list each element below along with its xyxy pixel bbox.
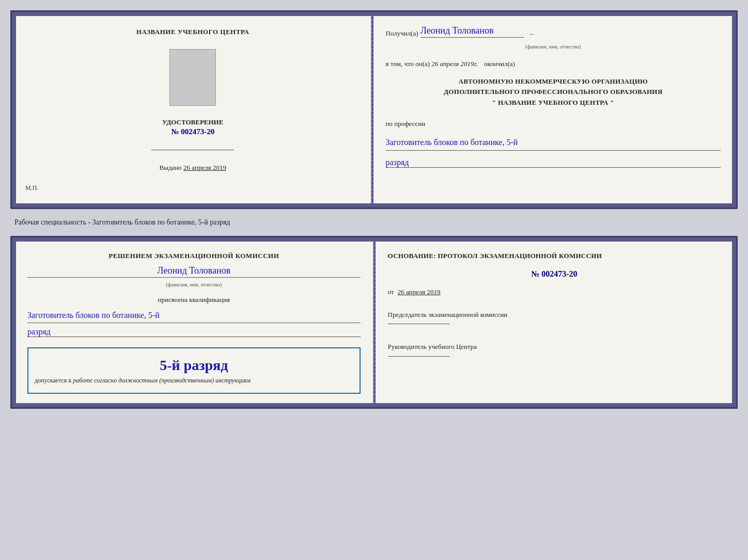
fio-label: (фамилия, имя, отчество) xyxy=(386,44,721,50)
doc2-name: Леонид Толованов xyxy=(27,265,361,278)
received-prefix: Получил(а) xyxy=(386,29,418,38)
cert-number-section: УДОСТОВЕРЕНИЕ № 002473-20 xyxy=(162,118,223,136)
statement-date: 26 апреля 2019г. xyxy=(431,60,478,68)
page-wrapper: НАЗВАНИЕ УЧЕБНОГО ЦЕНТРА УДОСТОВЕРЕНИЕ №… xyxy=(10,10,738,409)
statement-line: в том, что он(а) 26 апреля 2019г. окончи… xyxy=(386,59,721,69)
stamp-допускается: допускается к работе согласно должностны… xyxy=(35,377,353,385)
rank-value: разряд xyxy=(386,158,721,168)
stamp-допускается-label: допускается к xyxy=(35,377,71,384)
doc1-inner: НАЗВАНИЕ УЧЕБНОГО ЦЕНТРА УДОСТОВЕРЕНИЕ №… xyxy=(12,12,736,207)
org-line2: ДОПОЛНИТЕЛЬНОГО ПРОФЕССИОНАЛЬНОГО ОБРАЗО… xyxy=(386,87,721,98)
document1-card: НАЗВАНИЕ УЧЕБНОГО ЦЕНТРА УДОСТОВЕРЕНИЕ №… xyxy=(10,10,738,209)
document2-card: Решением экзаменационной комиссии Леонид… xyxy=(10,236,738,409)
statement-prefix: в том, что он(а) xyxy=(386,60,430,68)
date-line: от 26 апреля 2019 xyxy=(388,288,721,296)
director-section: Руководитель учебного Центра xyxy=(388,342,721,361)
profession-label: по профессии xyxy=(386,120,721,128)
decision-text: Решением экзаменационной комиссии xyxy=(27,251,361,261)
doc2-right-panel: Основание: протокол экзаменационной коми… xyxy=(376,241,734,404)
chairman-sign-line xyxy=(388,324,450,324)
date-prefix: от xyxy=(388,288,394,296)
doc1-left-panel: НАЗВАНИЕ УЧЕБНОГО ЦЕНТРА УДОСТОВЕРЕНИЕ №… xyxy=(15,15,372,204)
date-value: 26 апреля 2019 xyxy=(398,288,441,296)
dash: – xyxy=(530,29,534,38)
photo-placeholder xyxy=(169,49,216,106)
chairman-section: Председатель экзаменационной комиссии xyxy=(388,310,721,329)
org-block: АВТОНОМНУЮ НЕКОММЕРЧЕСКУЮ ОРГАНИЗАЦИЮ ДО… xyxy=(386,76,721,108)
org-line3: " НАЗВАНИЕ УЧЕБНОГО ЦЕНТРА " xyxy=(386,98,721,108)
stamp-box: 5-й разряд допускается к работе согласно… xyxy=(27,347,361,394)
cert-line-1 xyxy=(151,150,234,150)
doc2-rank: разряд xyxy=(27,327,361,337)
assigned-label: присвоена квалификация xyxy=(27,296,361,304)
protocol-number: № 002473-20 xyxy=(388,269,721,279)
statement-suffix: окончил(а) xyxy=(484,60,515,68)
mp-label: М.П. xyxy=(25,184,38,192)
cert-issued: Выдано 26 апреля 2019 xyxy=(160,164,226,172)
org-line1: АВТОНОМНУЮ НЕКОММЕРЧЕСКУЮ ОРГАНИЗАЦИЮ xyxy=(386,76,721,87)
fio-sub: (фамилия, имя, отчество) xyxy=(386,43,721,50)
recipient-name: Леонид Толованов xyxy=(420,25,524,38)
cert-number: № 002473-20 xyxy=(162,127,223,136)
udostoverenie-label: УДОСТОВЕРЕНИЕ xyxy=(162,118,223,126)
chairman-label: Председатель экзаменационной комиссии xyxy=(388,310,721,320)
profession-value: Заготовитель блоков по ботанике, 5-й xyxy=(386,135,721,151)
stamp-italic: работе согласно должностным (производств… xyxy=(73,377,251,384)
director-label: Руководитель учебного Центра xyxy=(388,342,721,352)
specialty-description: Рабочая специальность - Заготовитель бло… xyxy=(10,218,738,227)
director-sign-line xyxy=(388,356,450,357)
doc2-inner: Решением экзаменационной комиссии Леонид… xyxy=(12,237,736,407)
doc2-fio-label: (фамилия, имя, отчество) xyxy=(27,282,361,287)
doc1-right-panel: Получил(а) Леонид Толованов – (фамилия, … xyxy=(373,15,734,204)
issued-label: Выдано xyxy=(160,164,182,171)
stamp-rank: 5-й разряд xyxy=(35,357,353,374)
issued-date: 26 апреля 2019 xyxy=(183,164,226,171)
recipient-line: Получил(а) Леонид Толованов – xyxy=(386,25,721,38)
doc2-profession: Заготовитель блоков по ботанике, 5-й xyxy=(27,308,361,324)
basis-label: Основание: протокол экзаменационной коми… xyxy=(388,251,721,261)
doc2-left-panel: Решением экзаменационной комиссии Леонид… xyxy=(15,241,374,404)
training-center-label: НАЗВАНИЕ УЧЕБНОГО ЦЕНТРА xyxy=(136,27,250,37)
